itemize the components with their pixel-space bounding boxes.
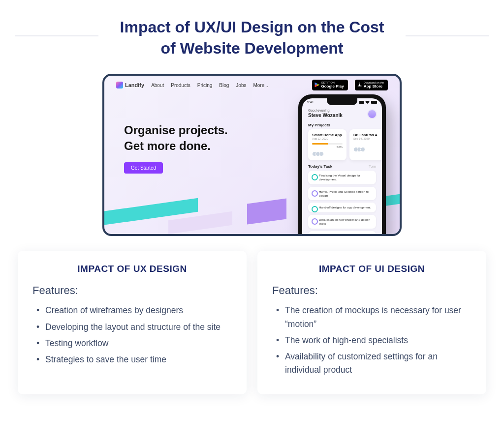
ui-card-subhead: Features: bbox=[272, 284, 472, 297]
divider-left bbox=[15, 35, 98, 36]
ui-card: IMPACT OF UI DESIGN Features: The creati… bbox=[257, 251, 486, 394]
google-play-top: GET IT ON bbox=[321, 82, 344, 85]
ui-feature-list: The creation of mockups is necessary for… bbox=[272, 304, 472, 377]
battery-icon bbox=[371, 101, 377, 104]
brand-name: Landify bbox=[125, 82, 144, 88]
website-mockup: Landify About Products Pricing Blog Jobs… bbox=[102, 74, 402, 236]
divider-right bbox=[406, 35, 489, 36]
project-cards: Smart Home App Aug 12, 2020 52% Brillian… bbox=[302, 129, 382, 160]
list-item: Creation of wireframes by designers bbox=[45, 304, 232, 317]
phone-greeting: Good evening, bbox=[308, 109, 376, 112]
nav-link-blog[interactable]: Blog bbox=[219, 83, 229, 88]
google-play-bottom: Google Play bbox=[321, 85, 344, 88]
member-avatars bbox=[312, 151, 343, 156]
cards-row: IMPACT OF UX DESIGN Features: Creation o… bbox=[0, 236, 504, 394]
brand-logo-icon bbox=[116, 82, 123, 88]
project-date: Aug 12, 2020 bbox=[312, 137, 343, 140]
deco-stripe bbox=[247, 199, 286, 225]
mockup-navbar: Landify About Products Pricing Blog Jobs… bbox=[104, 76, 400, 94]
progress-pct: 52% bbox=[312, 146, 343, 148]
list-item: Developing the layout and structure of t… bbox=[45, 321, 232, 334]
task-item[interactable]: Hand-off designs for app development bbox=[308, 203, 376, 212]
tab-tomorrow[interactable]: Tom bbox=[369, 164, 376, 169]
phone-username: Steve Wozanik bbox=[308, 113, 376, 118]
brand-logo[interactable]: Landify bbox=[116, 82, 144, 88]
nav-link-about[interactable]: About bbox=[151, 83, 164, 88]
project-name: Smart Home App bbox=[312, 133, 343, 137]
hero-line-2: Get more done. bbox=[124, 139, 211, 152]
hero-section: Organise projects. Get more done. Get St… bbox=[124, 122, 228, 173]
tab-today[interactable]: Today's Task bbox=[308, 164, 332, 169]
ux-card-subhead: Features: bbox=[32, 284, 232, 297]
phone-notch bbox=[327, 98, 357, 105]
ux-card: IMPACT OF UX DESIGN Features: Creation o… bbox=[18, 251, 247, 394]
phone-screen: 9:41 Good evening, Steve Wozanik My Proj… bbox=[302, 98, 382, 236]
task-list: Finalising the Visual design for develop… bbox=[302, 171, 382, 236]
app-store-badge[interactable]: Download on the App Store bbox=[355, 80, 388, 90]
ux-card-title: IMPACT OF UX DESIGN bbox=[32, 264, 232, 274]
tasks-tabs: Today's Task Tom bbox=[302, 160, 382, 171]
project-date: Sep 14, 2020 bbox=[353, 137, 382, 140]
chevron-down-icon: ⌄ bbox=[266, 84, 269, 88]
task-item[interactable]: Finalising the Visual design for develop… bbox=[308, 171, 376, 184]
title-line-2: of Website Development bbox=[160, 39, 343, 57]
member-avatars bbox=[353, 147, 382, 152]
hero-headline: Organise projects. Get more done. bbox=[124, 122, 228, 153]
title-area: Impact of UX/UI Design on the Cost of We… bbox=[0, 0, 504, 59]
deco-stripe bbox=[168, 211, 232, 234]
ui-card-title: IMPACT OF UI DESIGN bbox=[272, 264, 472, 274]
page-title: Impact of UX/UI Design on the Cost of We… bbox=[85, 17, 419, 59]
nav-link-more[interactable]: More ⌄ bbox=[253, 83, 269, 88]
app-store-top: Download on the bbox=[364, 82, 384, 85]
list-item: Strategies to save the user time bbox=[45, 353, 232, 366]
nav-link-products[interactable]: Products bbox=[171, 83, 190, 88]
nav-link-more-label: More bbox=[253, 83, 264, 88]
list-item: Availability of customized settings for … bbox=[285, 350, 472, 377]
wifi-icon bbox=[365, 101, 370, 104]
get-started-button[interactable]: Get Started bbox=[124, 162, 163, 174]
phone-time: 9:41 bbox=[307, 100, 314, 104]
list-item: The work of high-end specialists bbox=[285, 334, 472, 347]
title-line-1: Impact of UX/UI Design on the Cost bbox=[120, 18, 384, 36]
nav-link-jobs[interactable]: Jobs bbox=[236, 83, 246, 88]
section-my-projects: My Projects bbox=[302, 120, 382, 129]
app-store-bottom: App Store bbox=[364, 85, 384, 88]
phone-header: Good evening, Steve Wozanik bbox=[302, 104, 382, 120]
progress-bar bbox=[312, 143, 343, 145]
project-card[interactable]: Smart Home App Aug 12, 2020 52% bbox=[308, 129, 346, 160]
task-item[interactable]: Home, Profile and Settings screen re-des… bbox=[308, 187, 376, 201]
hero-line-1: Organise projects. bbox=[124, 123, 228, 137]
list-item: Testing workflow bbox=[45, 337, 232, 350]
nav-link-pricing[interactable]: Pricing bbox=[197, 83, 213, 88]
phone-mockup: 9:41 Good evening, Steve Wozanik My Proj… bbox=[298, 94, 386, 236]
project-name: BrilliantPad A bbox=[353, 133, 382, 137]
signal-icon bbox=[359, 101, 364, 104]
list-item: The creation of mockups is necessary for… bbox=[285, 304, 472, 330]
project-card[interactable]: BrilliantPad A Sep 14, 2020 bbox=[349, 129, 382, 160]
ux-feature-list: Creation of wireframes by designers Deve… bbox=[32, 304, 232, 366]
task-item[interactable]: Create initial layout for home page desi… bbox=[308, 231, 376, 236]
task-item[interactable]: Discussion on new project and design tas… bbox=[308, 215, 376, 229]
google-play-badge[interactable]: GET IT ON Google Play bbox=[312, 80, 347, 90]
